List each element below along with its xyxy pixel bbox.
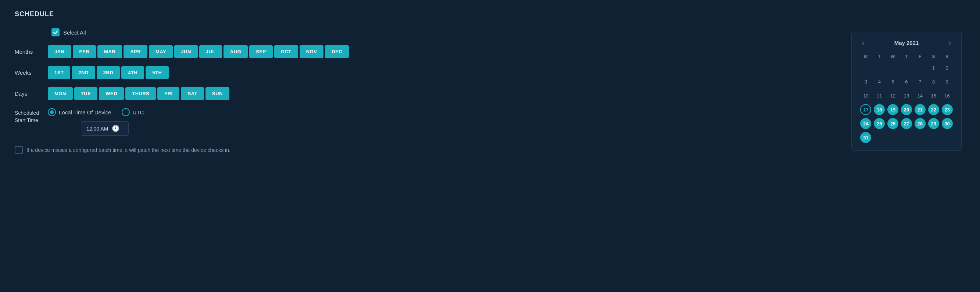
month-btn-oct[interactable]: OCT (274, 45, 298, 58)
day-btn-mon[interactable]: MON (48, 87, 73, 100)
calendar-day[interactable]: 6 (901, 76, 912, 87)
calendar-day[interactable]: 11 (874, 90, 885, 101)
calendar-day[interactable]: 31 (860, 132, 871, 143)
select-all-checkbox[interactable] (51, 28, 60, 37)
calendar-day[interactable]: 27 (901, 118, 912, 129)
calendar-cell: 31 (859, 131, 873, 145)
calendar-cell: 16 (940, 89, 954, 103)
calendar-day[interactable]: 15 (928, 90, 939, 101)
calendar-cell: 1 (927, 61, 940, 75)
calendar-cell: 7 (913, 75, 927, 89)
note-row: If a device misses a configured patch ti… (15, 146, 837, 154)
month-btn-feb[interactable]: FEB (73, 45, 96, 58)
calendar-cell: 29 (927, 116, 940, 131)
cal-weekday: F (913, 53, 927, 61)
week-btn-5th[interactable]: 5TH (146, 66, 169, 79)
week-btn-1st[interactable]: 1ST (48, 66, 70, 79)
calendar-day[interactable]: 30 (942, 118, 953, 129)
calendar-cell: 23 (940, 103, 954, 116)
calendar-prev-button[interactable]: ‹ (859, 38, 867, 48)
month-btn-mar[interactable]: MAR (97, 45, 122, 58)
calendar-day[interactable]: 4 (874, 76, 885, 87)
calendar-day[interactable]: 16 (942, 90, 953, 101)
calendar-cell: 12 (886, 89, 900, 103)
calendar-day[interactable]: 21 (915, 104, 926, 115)
month-btn-aug[interactable]: AUG (223, 45, 248, 58)
calendar-header: ‹ May 2021 › (859, 38, 954, 48)
calendar-day[interactable]: 24 (860, 118, 871, 129)
calendar-day[interactable]: 26 (888, 118, 898, 129)
calendar-cell: 24 (859, 116, 873, 131)
calendar-day[interactable]: 25 (874, 118, 885, 129)
calendar-cell: 19 (886, 103, 900, 116)
utc-option[interactable]: UTC (122, 108, 144, 116)
month-btn-nov[interactable]: NOV (299, 45, 324, 58)
day-btn-fri[interactable]: FRI (158, 87, 180, 100)
calendar-next-button[interactable]: › (946, 38, 954, 48)
calendar-day[interactable]: 20 (901, 104, 912, 115)
calendar-day[interactable]: 28 (915, 118, 926, 129)
calendar-day[interactable]: 2 (942, 62, 953, 73)
calendar-cell (886, 131, 900, 145)
cal-weekday: M (859, 53, 873, 61)
calendar-day[interactable]: 10 (860, 90, 871, 101)
month-btn-apr[interactable]: APR (124, 45, 147, 58)
day-btn-sat[interactable]: SAT (181, 87, 204, 100)
utc-radio[interactable] (122, 108, 130, 116)
month-btn-jun[interactable]: JUN (174, 45, 198, 58)
calendar-day[interactable]: 9 (942, 76, 953, 87)
calendar-day[interactable]: 7 (915, 76, 926, 87)
calendar-day[interactable]: 13 (901, 90, 912, 101)
calendar-cell (873, 131, 886, 145)
month-btn-jan[interactable]: JAN (48, 45, 71, 58)
time-input[interactable]: 12:00 AM 🕛 (81, 121, 129, 136)
weeks-label: Weeks (15, 70, 48, 76)
calendar-day[interactable]: 17 (860, 104, 871, 115)
calendar-cell: 11 (873, 89, 886, 103)
week-btn-3rd[interactable]: 3RD (97, 66, 120, 79)
cal-weekday: T (900, 53, 913, 61)
day-btn-sun[interactable]: SUN (205, 87, 229, 100)
calendar-day[interactable]: 8 (928, 76, 939, 87)
calendar-cell (859, 61, 873, 75)
cal-weekday: S (940, 53, 954, 61)
calendar-cell: 22 (927, 103, 940, 116)
day-btn-thurs[interactable]: THURS (125, 87, 156, 100)
weeks-buttons: 1ST2ND3RD4TH5TH (48, 66, 169, 79)
calendar-cell: 3 (859, 75, 873, 89)
month-btn-dec[interactable]: DEC (325, 45, 349, 58)
day-btn-tue[interactable]: TUE (74, 87, 98, 100)
week-btn-2nd[interactable]: 2ND (72, 66, 95, 79)
calendar-day[interactable]: 22 (928, 104, 939, 115)
calendar-cell: 15 (927, 89, 940, 103)
calendar-day[interactable]: 5 (888, 76, 898, 87)
calendar-day[interactable]: 23 (942, 104, 953, 115)
local-time-radio[interactable] (48, 108, 56, 116)
calendar-cell: 27 (900, 116, 913, 131)
note-checkbox[interactable] (15, 146, 23, 154)
calendar-day[interactable]: 18 (874, 104, 885, 115)
month-btn-sep[interactable]: SEP (249, 45, 273, 58)
local-time-option[interactable]: Local Time Of Device (48, 108, 111, 116)
clock-icon: 🕛 (112, 124, 119, 132)
calendar-cell (900, 61, 913, 75)
calendar-cell (927, 131, 940, 145)
month-btn-may[interactable]: MAY (149, 45, 173, 58)
calendar-cell (900, 131, 913, 145)
calendar-day[interactable]: 1 (928, 62, 939, 73)
calendar-cell: 17 (859, 103, 873, 116)
calendar-day[interactable]: 19 (888, 104, 898, 115)
calendar-cell: 8 (927, 75, 940, 89)
calendar-day[interactable]: 3 (860, 76, 871, 87)
days-row: Days MONTUEWEDTHURSFRISATSUN (15, 87, 837, 100)
day-btn-wed[interactable]: WED (99, 87, 124, 100)
calendar-cell (913, 131, 927, 145)
calendar-cell: 2 (940, 61, 954, 75)
calendar-day[interactable]: 12 (888, 90, 898, 101)
calendar-day[interactable]: 29 (928, 118, 939, 129)
calendar-cell: 25 (873, 116, 886, 131)
note-text: If a device misses a configured patch ti… (27, 147, 231, 153)
month-btn-jul[interactable]: JUL (199, 45, 222, 58)
calendar-day[interactable]: 14 (915, 90, 926, 101)
week-btn-4th[interactable]: 4TH (121, 66, 144, 79)
